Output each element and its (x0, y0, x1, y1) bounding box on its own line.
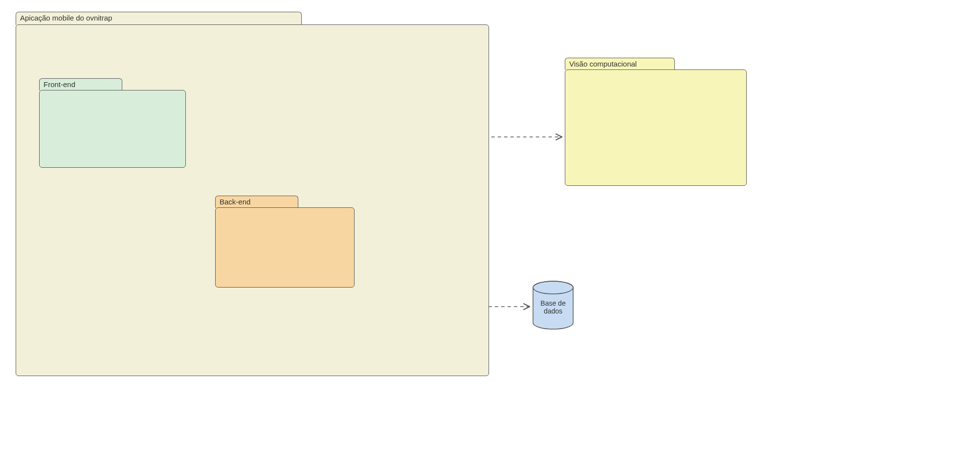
database-node: Base de dados (532, 281, 574, 330)
database-label-line2: dados (544, 307, 562, 315)
package-frontend-body (39, 90, 186, 168)
package-backend-label: Back-end (220, 198, 250, 206)
package-vision: Visão computacional (565, 58, 747, 186)
package-backend: Back-end (215, 196, 355, 288)
package-app: Apicação mobile do ovnitrap (16, 12, 489, 376)
package-frontend: Front-end (39, 78, 186, 168)
package-app-label: Apicação mobile do ovnitrap (20, 14, 112, 22)
package-vision-label: Visão computacional (569, 60, 637, 68)
package-vision-body (565, 69, 747, 186)
package-app-tab: Apicação mobile do ovnitrap (16, 12, 302, 25)
package-frontend-label: Front-end (44, 80, 75, 89)
package-frontend-tab: Front-end (39, 78, 122, 90)
package-backend-tab: Back-end (215, 196, 298, 208)
database-label-line1: Base de (540, 299, 565, 307)
package-backend-body (215, 207, 355, 288)
package-vision-tab: Visão computacional (565, 58, 675, 70)
